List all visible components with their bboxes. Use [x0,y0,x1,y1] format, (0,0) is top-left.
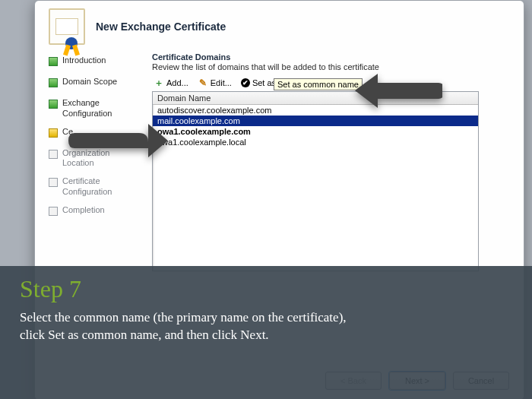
step-indicator-icon [49,178,58,187]
wizard-header: New Exchange Certificate [35,1,524,52]
step-label: Step 7 [20,275,512,303]
wizard-title: New Exchange Certificate [96,21,226,33]
edit-label: Edit... [211,78,232,87]
add-button[interactable]: ＋ Add... [152,78,190,88]
instruction-text: Select the common name (the primary name… [20,309,347,344]
step-indicator-icon [49,207,58,216]
domain-row[interactable]: owa1.coolexample.com [153,126,478,137]
check-icon: ✔ [241,78,250,87]
step-indicator-icon [49,100,58,109]
annotation-arrow-icon [68,118,167,163]
step-indicator-icon [49,57,58,66]
instruction-overlay: Step 7 Select the common name (the prima… [0,266,532,399]
step-domain-scope: Domain Scope [49,77,147,90]
step-introduction: Introduction [49,55,147,69]
pencil-icon: ✎ [198,78,208,88]
step-indicator-icon [49,128,58,138]
edit-button[interactable]: ✎ Edit... [196,78,233,88]
panel-title: Certificate Domains [152,52,515,62]
domain-list[interactable]: Domain Name autodiscover.coolexample.com… [152,91,479,271]
step-indicator-icon [49,78,58,87]
annotation-arrow-icon [351,70,442,112]
certificate-icon [49,8,85,45]
add-label: Add... [166,78,188,87]
domain-row[interactable]: owa1.coolexample.local [153,137,478,147]
step-completion: Completion [49,205,147,219]
plus-icon: ＋ [154,78,164,88]
domain-row[interactable]: mail.coolexample.com [153,116,478,126]
panel-subtitle: Review the list of domains that will be … [152,62,515,71]
tooltip: Set as common name [274,78,363,90]
step-certificate-configuration: Certificate Configuration [49,176,147,198]
wizard-content: Certificate Domains Review the list of d… [147,52,515,271]
step-exchange-configuration: Exchange Configuration [49,98,147,119]
step-indicator-icon [49,150,58,159]
